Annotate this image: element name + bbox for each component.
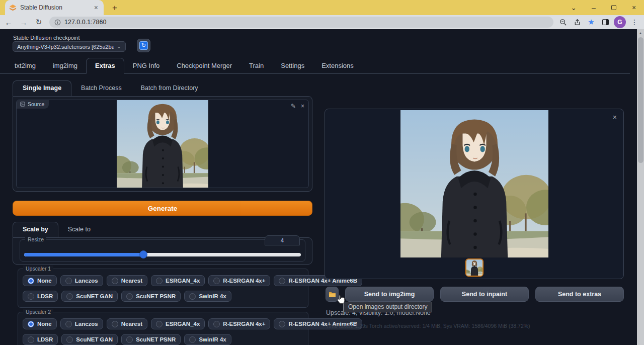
upscaler-option[interactable]: SwinIR 4x	[184, 291, 231, 302]
scrollbar-thumb[interactable]	[638, 37, 643, 163]
extras-left-column: Single Image Batch Process Batch from Di…	[13, 80, 312, 345]
bookmark-star-icon[interactable]: ★	[586, 17, 597, 28]
upscaler2-block: Upscaler 2 None Lanczos Nearest ESRGAN_4…	[18, 312, 308, 345]
checkpoint-dropdown[interactable]: Anything-V3-fp32.safetensors [625a2ba2] …	[13, 41, 126, 52]
tab-batch-from-directory[interactable]: Batch from Directory	[131, 81, 208, 96]
upscaler-option[interactable]: LDSR	[23, 334, 58, 345]
tab-batch-process[interactable]: Batch Process	[71, 81, 131, 96]
source-chip: Source	[17, 100, 49, 109]
window-close-button[interactable]: ×	[624, 0, 644, 15]
radio-icon	[156, 321, 163, 327]
tab-extras[interactable]: Extras	[86, 58, 124, 74]
generate-button[interactable]: Generate	[13, 201, 312, 216]
tab-close-icon[interactable]: ×	[93, 4, 100, 11]
upscaler-option[interactable]: ScuNET GAN	[61, 291, 118, 302]
tab-checkpoint-merger[interactable]: Checkpoint Merger	[168, 58, 240, 73]
new-tab-button[interactable]: +	[109, 2, 121, 14]
upscaler-option[interactable]: ScuNET GAN	[61, 334, 118, 345]
slider-handle[interactable]	[139, 250, 147, 258]
window-maximize-button[interactable]	[604, 0, 624, 15]
send-to-inpaint-button[interactable]: Send to inpaint	[440, 287, 529, 302]
upscaler-option[interactable]: Nearest	[107, 318, 147, 329]
refresh-icon: ↻	[139, 41, 148, 50]
radio-selected-icon	[28, 321, 34, 327]
tab-extensions[interactable]: Extensions	[313, 58, 362, 73]
tab-scale-by[interactable]: Scale by	[13, 222, 58, 237]
tab-train[interactable]: Train	[240, 58, 272, 73]
upscaler1-block: Upscaler 1 None Lanczos Nearest ESRGAN_4…	[18, 269, 308, 308]
webui-page: Stable Diffusion checkpoint Anything-V3-…	[0, 29, 644, 345]
tab-title: Stable Diffusion	[20, 4, 89, 11]
clear-image-icon[interactable]: ×	[301, 103, 304, 110]
image-icon	[20, 102, 25, 107]
url-text[interactable]: 127.0.0.1:7860	[64, 19, 106, 26]
checkpoint-value: Anything-V3-fp32.safetensors [625a2ba2]	[17, 44, 114, 50]
upscaler-option[interactable]: R-ESRGAN 4x+	[208, 318, 270, 329]
mouse-cursor	[336, 294, 346, 305]
upscaler-option[interactable]: SwinIR 4x	[184, 334, 231, 345]
window-minimize-button[interactable]: –	[584, 0, 604, 15]
tab-img2img[interactable]: img2img	[44, 58, 86, 73]
reload-button[interactable]: ↻	[32, 16, 45, 28]
resize-slider[interactable]	[24, 251, 301, 258]
upscaler-option[interactable]: R-ESRGAN 4x+	[208, 275, 270, 286]
upscaler-option[interactable]: Lanczos	[60, 318, 103, 329]
tab-search-chevron-icon[interactable]: ⌄	[564, 0, 584, 15]
thumbnail-image	[466, 260, 482, 276]
resize-number-input[interactable]	[265, 235, 300, 245]
address-bar[interactable]: 127.0.0.1:7860	[49, 17, 553, 28]
upscaler-option[interactable]: Lanczos	[60, 275, 103, 286]
upscaler-option[interactable]: ScuNET PSNR	[121, 334, 181, 345]
send-to-extras-button[interactable]: Send to extras	[535, 287, 624, 302]
source-image-panel: Source ✎ ×	[13, 96, 312, 192]
radio-icon	[28, 336, 34, 343]
page-scrollbar[interactable]: ▲	[637, 29, 644, 345]
upscaler1-options: None Lanczos Nearest ESRGAN_4x R-ESRGAN …	[18, 269, 308, 302]
performance-info-text: Time taken: 1.29s Torch active/reserved:…	[326, 323, 530, 329]
image-dropzone[interactable]: Source ✎ ×	[16, 100, 309, 188]
scroll-up-arrow-icon[interactable]: ▲	[637, 29, 644, 36]
upscaler-option[interactable]: ScuNET PSNR	[121, 291, 181, 302]
share-icon[interactable]	[572, 17, 583, 28]
upscaler-option[interactable]: ESRGAN_4x	[151, 318, 205, 329]
forward-button[interactable]: →	[17, 16, 30, 28]
back-button[interactable]: ←	[2, 16, 15, 28]
result-image[interactable]	[400, 110, 548, 257]
side-panel-glyph	[602, 19, 609, 25]
upscaler-option[interactable]: LDSR	[23, 291, 58, 302]
radio-icon	[126, 336, 133, 343]
result-thumbnail[interactable]	[465, 258, 484, 277]
upscaler-option[interactable]: Nearest	[107, 275, 147, 286]
browser-tab[interactable]: Stable Diffusion ×	[5, 0, 104, 15]
side-panel-icon[interactable]	[600, 17, 611, 28]
tab-settings[interactable]: Settings	[272, 58, 313, 73]
refresh-checkpoints-button[interactable]: ↻	[137, 39, 150, 52]
image-tools: ✎ ×	[291, 103, 304, 110]
zoom-icon[interactable]	[557, 17, 569, 28]
upscaler-option[interactable]: None	[23, 318, 57, 329]
tab-single-image[interactable]: Single Image	[13, 80, 71, 96]
tab-scale-to[interactable]: Scale to	[58, 222, 100, 237]
radio-icon	[65, 278, 72, 284]
browser-toolbar: ← → ↻ 127.0.0.1:7860 ★ G ⋮	[0, 15, 644, 29]
site-info-icon[interactable]	[54, 19, 61, 26]
tab-txt2img[interactable]: txt2img	[6, 58, 44, 73]
chevron-down-icon: ⌄	[117, 43, 121, 50]
gallery-close-icon[interactable]: ×	[613, 113, 617, 121]
browser-menu-icon[interactable]: ⋮	[629, 17, 640, 28]
tab-png-info[interactable]: PNG Info	[124, 58, 168, 73]
upscaler-option[interactable]: None	[23, 275, 57, 286]
radio-icon	[112, 321, 118, 327]
result-gallery: ×	[325, 109, 624, 279]
radio-icon	[279, 321, 285, 327]
radio-icon	[213, 278, 220, 284]
source-image[interactable]	[117, 100, 208, 188]
checkpoint-label: Stable Diffusion checkpoint	[13, 35, 80, 41]
maximize-icon	[611, 5, 616, 10]
edit-pencil-icon[interactable]: ✎	[291, 103, 296, 110]
upscaler-option[interactable]: ESRGAN_4x	[151, 275, 205, 286]
radio-selected-icon	[28, 278, 34, 284]
profile-avatar[interactable]: G	[614, 16, 626, 28]
upscaler2-options: None Lanczos Nearest ESRGAN_4x R-ESRGAN …	[18, 312, 308, 345]
send-to-img2img-button[interactable]: Send to img2img	[345, 287, 434, 302]
